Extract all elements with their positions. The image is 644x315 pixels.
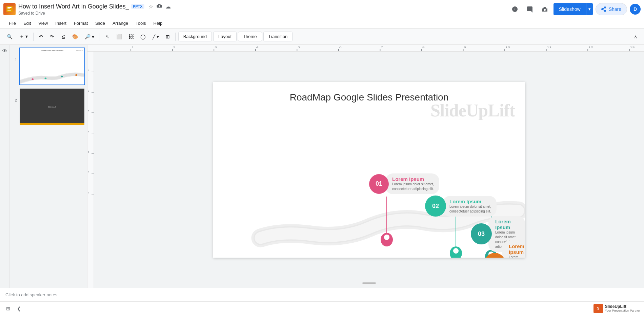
camera-icon[interactable] [539,4,551,15]
bottom-bar: ⊞ ❮ S SlideUpLift Your Presentation Part… [0,301,644,315]
menu-tools[interactable]: Tools [132,19,149,27]
menu-view[interactable]: View [35,19,51,27]
svg-text:3: 3 [215,46,217,49]
svg-text:6: 6 [88,171,89,173]
svg-text:3: 3 [88,110,89,112]
theme-button[interactable]: Theme [238,32,262,41]
svg-point-56 [384,235,389,240]
svg-text:5: 5 [88,151,89,153]
title-area: How to Insert Word Art in Google Slides_… [18,2,506,16]
save-to-drive-icon[interactable] [156,2,163,11]
svg-text:9: 9 [464,46,466,49]
svg-text:11: 11 [547,46,551,49]
menu-edit[interactable]: Edit [20,19,34,27]
svg-text:1: 1 [132,46,134,49]
slide-container[interactable]: RoadMap Google Slides Presentation Slide… [213,82,525,258]
app-icon [3,3,16,15]
pptx-badge: PPTX [131,4,144,9]
top-right-actions: Slideshow ▾ Share D [509,3,641,15]
cloud-icon[interactable]: ☁ [165,3,172,11]
svg-text:2: 2 [88,90,89,92]
top-bar: How to Insert Word Art in Google Slides_… [0,0,644,18]
undo-btn[interactable]: ↶ [36,32,46,41]
slide-thumb-2[interactable]: SlideUpLift [19,88,85,126]
select-btn[interactable]: ↖ [103,32,112,41]
redo-btn[interactable]: ↷ [47,32,57,41]
share-label: Share [609,6,621,12]
notes-bar[interactable]: Click to add speaker notes [0,288,644,301]
logo-tagline: Your Presentation Partner [605,309,640,313]
svg-text:13: 13 [630,46,635,49]
share-button[interactable]: Share [596,3,627,15]
svg-rect-1 [7,7,12,8]
expand-panel-btn[interactable]: ❮ [15,304,23,313]
slideshow-button[interactable]: Slideshow [554,3,586,15]
svg-text:12: 12 [588,46,593,49]
svg-text:7: 7 [381,46,383,49]
collapse-toolbar-btn[interactable]: ∧ [631,32,640,41]
slide-number-2: 2 [12,88,17,102]
svg-text:4: 4 [256,46,259,49]
slide-viewport: RoadMap Google Slides Presentation Slide… [94,52,644,288]
print-btn[interactable]: 🖨 [58,32,68,41]
toolbar: 🔍 ＋ ▾ ↶ ↷ 🖨 🎨 🔎 ▾ ↖ ⬜ 🖼 ◯ ╱ ▾ ⊞ Backgrou… [0,29,644,45]
menu-format[interactable]: Format [71,19,91,27]
star-icon[interactable]: ☆ [148,3,154,11]
slide-thumb-1[interactable]: RoadMap Google Slides Presentation Slide… [19,48,85,85]
svg-text:1: 1 [88,69,89,72]
grid-view-btn[interactable]: ⊞ [4,304,12,313]
shapes-btn[interactable]: ◯ [138,32,148,41]
zoom-btn[interactable]: 🔎 ▾ [82,32,97,41]
slide2-label: SlideUpLift [48,106,56,108]
background-button[interactable]: Background [178,32,212,41]
svg-text:2: 2 [173,46,175,49]
logo-name: SlideUpLift [605,304,640,309]
layout-button[interactable]: Layout [213,32,237,41]
slide-item-2[interactable]: 2 SlideUpLift [12,88,85,126]
saved-status: Saved to Drive [18,11,506,16]
slides-panel: 1 RoadMap Google Slides Presentation Sli… [9,45,87,288]
ruler-corner [87,45,94,52]
svg-text:7: 7 [88,191,89,194]
transition-button[interactable]: Transition [263,32,293,41]
svg-rect-2 [7,8,10,9]
doc-title-row: How to Insert Word Art in Google Slides_… [18,2,506,11]
doc-title[interactable]: How to Insert Word Art in Google Slides_ [18,3,129,10]
textbox-btn[interactable]: ⊞ [163,32,173,41]
svg-rect-8 [94,45,644,52]
comments-icon[interactable] [524,4,536,15]
svg-text:4: 4 [88,130,89,133]
svg-text:6: 6 [339,46,342,49]
paint-format-btn[interactable]: 🎨 [69,32,81,41]
title-icons: ☆ ☁ [148,2,172,11]
menu-bar: File Edit View Insert Format Slide Arran… [0,18,644,29]
slide-panel-icon[interactable]: 👁 [2,48,7,54]
milestone-02: 02 Lorem Ipsum Lorem ipsum dolor sit ame… [425,196,497,217]
add-btn[interactable]: ＋ ▾ [17,32,31,42]
user-avatar[interactable]: D [630,4,641,15]
slide-thumb-inner-2: SlideUpLift [20,89,84,125]
slide-thumb-inner-1: RoadMap Google Slides Presentation Slide… [20,48,84,85]
shape-select-btn[interactable]: ⬜ [114,32,125,41]
menu-insert[interactable]: Insert [52,19,70,27]
svg-rect-36 [87,52,94,288]
svg-point-7 [75,74,77,76]
menu-slide[interactable]: Slide [92,19,108,27]
slide-item-1[interactable]: 1 RoadMap Google Slides Presentation Sli… [12,48,85,85]
svg-point-5 [45,77,47,79]
svg-point-4 [32,78,34,80]
line-btn[interactable]: ╱ ▾ [150,32,162,41]
slide-and-ruler: 1 2 3 4 5 6 7 [87,52,644,288]
svg-text:5: 5 [298,46,300,49]
menu-arrange[interactable]: Arrange [109,19,132,27]
search-btn[interactable]: 🔍 [4,32,15,41]
left-side-icons: 👁 [0,45,9,288]
image-btn[interactable]: 🖼 [126,32,136,41]
menu-help[interactable]: Help [150,19,166,27]
slideshow-dropdown[interactable]: ▾ [586,3,593,15]
svg-text:10: 10 [505,46,510,49]
menu-file[interactable]: File [5,19,19,27]
svg-point-61 [453,248,459,254]
slideuplift-logo-bottom: S SlideUpLift Your Presentation Partner [593,304,640,313]
history-icon[interactable] [509,4,521,15]
